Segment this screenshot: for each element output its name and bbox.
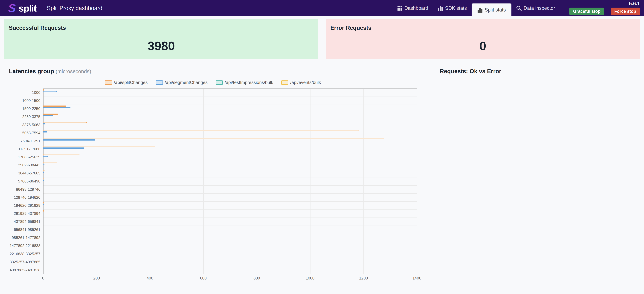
version-label: 5.6.1: [629, 1, 640, 7]
successful-requests-value: 3980: [9, 39, 314, 53]
gridline: [43, 137, 417, 137]
gridline: [43, 169, 417, 169]
gridline: [364, 89, 364, 274]
gridline: [43, 266, 417, 266]
legend-label: /api/events/bulk: [290, 80, 321, 85]
gridline: [43, 161, 417, 161]
brand-name: split: [18, 3, 36, 14]
gridline: [43, 201, 417, 202]
nav-item-data-inspector[interactable]: Data inspector: [512, 0, 560, 17]
x-axis-label: 1200: [359, 276, 368, 280]
gridline: [43, 225, 417, 226]
stat-cards: Successful Requests 3980 Error Requests …: [0, 17, 644, 59]
y-axis-label: 1477892-2216838: [10, 243, 40, 248]
bar: [43, 130, 359, 131]
force-stop-button[interactable]: Force stop: [610, 8, 640, 15]
x-axis-label: 600: [200, 276, 207, 280]
legend-swatch: [281, 80, 288, 85]
latencies-title: Latencies group: [9, 68, 54, 75]
nav-item-label: SDK stats: [445, 5, 467, 11]
gridline: [43, 234, 417, 234]
latencies-heading: Latencies group (microseconds): [9, 68, 432, 75]
y-axis-label: 5063-7594: [22, 131, 40, 135]
gridline: [43, 89, 44, 274]
bar: [43, 180, 44, 181]
gridline: [43, 193, 417, 194]
y-axis-label: 1000-1500: [22, 98, 40, 103]
svg-text:S: S: [8, 2, 16, 14]
split-logo-icon: S: [8, 2, 16, 14]
y-axis-label: 38443-57665: [18, 171, 40, 175]
nav-item-dashboard[interactable]: Dashboard: [393, 0, 433, 17]
main-nav: Dashboard SDK stats Split stats: [393, 0, 560, 17]
y-axis-label: 17086-25629: [18, 155, 40, 159]
legend-item[interactable]: /api/testImpressions/bulk: [216, 80, 273, 85]
gridline: [43, 185, 417, 186]
navbar-controls: 5.6.1 Graceful stop Force stop: [569, 0, 641, 17]
x-axis-label: 400: [147, 276, 153, 280]
graceful-stop-button[interactable]: Graceful stop: [569, 8, 604, 15]
nav-item-sdk-stats[interactable]: SDK stats: [433, 0, 472, 17]
bar: [43, 138, 384, 139]
plot-row: 10001000-15001500-22502250-33753375-5063…: [9, 89, 417, 274]
x-axis-label: 0: [42, 276, 44, 280]
bar: [43, 154, 80, 155]
x-axis-label: 1400: [412, 276, 421, 280]
grid-icon: [398, 6, 402, 11]
legend-item[interactable]: /api/splitChanges: [105, 80, 148, 85]
x-axis-label: 200: [93, 276, 100, 280]
gridline: [310, 89, 310, 274]
bar: [43, 178, 44, 179]
y-axis-label: 1500-2250: [22, 106, 40, 111]
latencies-subtitle: (microseconds): [56, 69, 91, 74]
bar: [43, 123, 45, 124]
x-axis-label: 1000: [306, 276, 314, 280]
gridline: [43, 274, 417, 274]
bar: [43, 156, 48, 157]
y-axis-label: 3325257-4987885: [10, 260, 40, 264]
gridline: [43, 105, 417, 105]
bar: [43, 89, 44, 91]
bar: [43, 204, 44, 205]
gridline: [43, 153, 417, 153]
successful-requests-card: Successful Requests 3980: [4, 19, 318, 59]
gridline: [257, 89, 257, 274]
brand[interactable]: S split: [8, 2, 36, 14]
search-icon: [516, 6, 522, 11]
y-axis-label: 129746-194620: [14, 195, 40, 200]
error-requests-value: 0: [330, 39, 635, 53]
legend-swatch: [156, 80, 163, 85]
latencies-column: Latencies group (microseconds) /api/spli…: [0, 68, 432, 282]
requests-heading: Requests: Ok vs Error: [440, 68, 644, 75]
bar: [43, 106, 66, 107]
y-axis: 10001000-15001500-22502250-33753375-5063…: [9, 89, 40, 274]
legend-item[interactable]: /api/events/bulk: [281, 80, 321, 85]
x-axis: 0200400600800100012001400: [43, 276, 417, 282]
y-axis-label: 25629-38443: [18, 163, 40, 167]
gridline: [150, 89, 150, 274]
legend-item[interactable]: /api/segmentChanges: [156, 80, 208, 85]
y-axis-label: 86498-129746: [16, 187, 40, 192]
y-axis-label: 194620-291929: [14, 203, 40, 208]
gridline: [43, 209, 417, 210]
legend-label: /api/testImpressions/bulk: [224, 80, 273, 85]
bar-chart-icon: [477, 7, 482, 13]
nav-item-split-stats[interactable]: Split stats: [472, 4, 512, 17]
bar: [43, 164, 44, 165]
gridline: [43, 242, 417, 242]
bar: [43, 172, 44, 173]
bar: [43, 139, 95, 141]
y-axis-label: 2216838-3325257: [10, 252, 40, 256]
legend-swatch: [105, 80, 112, 85]
y-axis-label: 656841-985261: [14, 227, 40, 232]
gridline: [203, 89, 204, 274]
gridline: [43, 97, 417, 97]
bar: [43, 170, 45, 171]
gridline: [43, 250, 417, 250]
error-requests-card: Error Requests 0: [326, 19, 640, 59]
legend-label: /api/splitChanges: [114, 80, 148, 85]
bar: [43, 210, 44, 211]
requests-column: Requests: Ok vs Error: [432, 68, 644, 282]
bar: [43, 115, 53, 116]
bar-chart-icon: [438, 6, 443, 11]
